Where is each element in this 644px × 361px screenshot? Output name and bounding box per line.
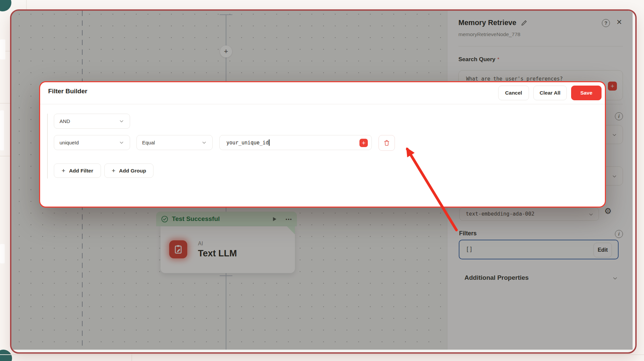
modal-title: Filter Builder: [48, 88, 87, 95]
cancel-button[interactable]: Cancel: [498, 86, 529, 100]
screenshot-root: + Test Successful •••: [0, 0, 644, 361]
page-margin-block: [0, 110, 4, 150]
logic-operator-value: AND: [60, 118, 70, 124]
page-guide-line: [26, 0, 27, 9]
modal-divider: [40, 104, 605, 104]
filter-field-value: uniqueId: [60, 140, 79, 145]
filter-field-select[interactable]: uniqueId: [54, 135, 130, 150]
add-group-button[interactable]: + Add Group: [104, 163, 153, 178]
plus-icon: +: [62, 167, 65, 174]
plus-icon: +: [112, 167, 115, 174]
page-decoration-dot: [0, 350, 12, 361]
page-margin-block: [0, 39, 5, 59]
clear-all-button[interactable]: Clear All: [533, 86, 567, 100]
page-guide-line: [0, 354, 644, 355]
chevron-down-icon: [201, 140, 207, 145]
text-cursor: [269, 139, 270, 146]
page-decoration-dot: [0, 0, 11, 11]
chevron-down-icon: [119, 140, 124, 145]
plus-icon: +: [362, 140, 365, 146]
app-window: + Test Successful •••: [10, 9, 637, 354]
filter-value-input[interactable]: your_unique_id +: [219, 135, 372, 150]
chevron-down-icon: [119, 118, 124, 124]
filter-operator-select[interactable]: Equal: [136, 135, 213, 150]
logic-operator-select[interactable]: AND: [54, 114, 130, 129]
save-button[interactable]: Save: [571, 86, 602, 100]
group-indent-line: [47, 114, 48, 178]
page-margin-block: [0, 244, 5, 263]
page-guide-line: [0, 103, 10, 104]
filter-builder-modal: Filter Builder Cancel Clear All Save AND…: [39, 81, 606, 208]
page-guide-line: [0, 156, 10, 156]
filter-operator-value: Equal: [142, 140, 155, 145]
delete-filter-button[interactable]: [379, 135, 395, 151]
filter-value-text: your_unique_id: [226, 140, 269, 146]
trash-icon: [383, 139, 390, 146]
add-filter-button[interactable]: + Add Filter: [54, 163, 101, 178]
insert-variable-button[interactable]: +: [359, 139, 368, 147]
